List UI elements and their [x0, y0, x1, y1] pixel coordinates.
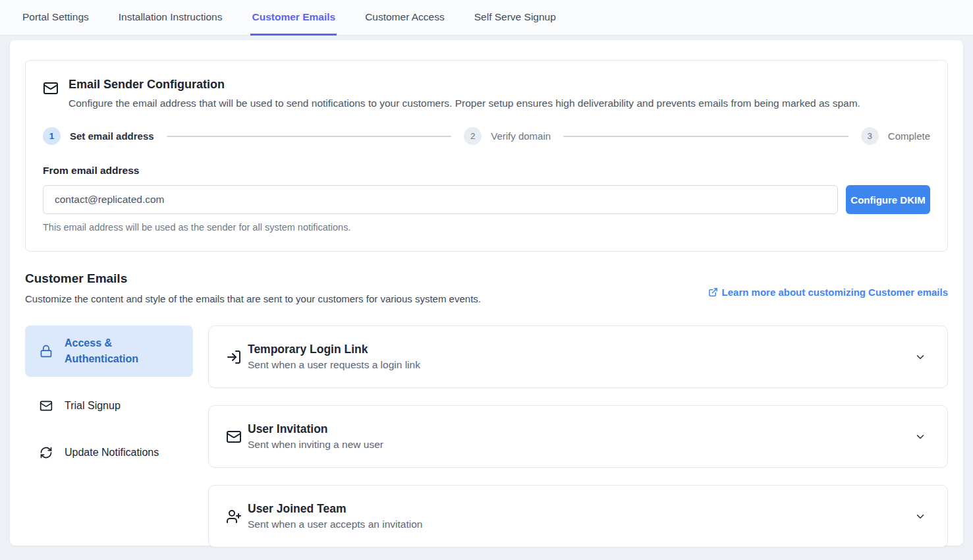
template-card-user-joined-team[interactable]: User Joined Team Sent when a user accept… — [208, 485, 948, 547]
refresh-icon — [40, 446, 53, 459]
chevron-down-icon[interactable] — [914, 431, 926, 443]
chevron-down-icon[interactable] — [914, 351, 926, 363]
configure-dkim-button[interactable]: Configure DKIM — [846, 185, 930, 214]
step-set-email-address: 1 Set email address — [43, 127, 154, 145]
from-email-input[interactable] — [43, 185, 838, 214]
email-sender-config-card: Email Sender Configuration Configure the… — [25, 60, 948, 252]
tab-portal-settings[interactable]: Portal Settings — [21, 0, 90, 36]
template-subtitle: Sent when inviting a new user — [248, 439, 383, 451]
mail-icon — [226, 429, 242, 445]
template-subtitle: Sent when a user accepts an invitation — [248, 518, 422, 530]
sidebar-item-trial-signup[interactable]: Trial Signup — [25, 388, 193, 424]
template-card-temporary-login-link[interactable]: Temporary Login Link Sent when a user re… — [208, 325, 948, 388]
template-card-user-invitation[interactable]: User Invitation Sent when inviting a new… — [208, 405, 948, 468]
step-label: Set email address — [70, 130, 154, 142]
sidebar-item-update-notifications[interactable]: Update Notifications — [25, 435, 193, 470]
sidebar-item-label: Update Notifications — [65, 445, 159, 461]
settings-tab-bar: Portal Settings Installation Instruction… — [0, 0, 973, 36]
step-complete: 3 Complete — [861, 127, 930, 145]
stepper-connector — [563, 136, 848, 137]
mail-icon — [43, 80, 59, 109]
step-verify-domain: 2 Verify domain — [464, 127, 551, 145]
tab-customer-access[interactable]: Customer Access — [364, 0, 446, 36]
step-label: Complete — [888, 130, 930, 142]
template-title: User Invitation — [248, 422, 383, 436]
customer-emails-panel: Email Sender Configuration Configure the… — [10, 40, 963, 546]
email-category-sidebar: Access & Authentication Trial Signup Upd… — [25, 325, 193, 560]
user-plus-icon — [226, 509, 242, 524]
sender-config-title: Email Sender Configuration — [69, 78, 860, 92]
customer-emails-title: Customer Emails — [25, 271, 481, 286]
customer-emails-description: Customize the content and style of the e… — [25, 293, 481, 304]
learn-more-link[interactable]: Learn more about customizing Customer em… — [708, 280, 948, 304]
step-number: 1 — [43, 127, 61, 145]
from-email-help-text: This email address will be used as the s… — [43, 222, 930, 233]
tab-self-serve-signup[interactable]: Self Serve Signup — [473, 0, 557, 36]
tab-customer-emails[interactable]: Customer Emails — [250, 0, 337, 36]
email-template-list: Temporary Login Link Sent when a user re… — [208, 325, 948, 560]
step-label: Verify domain — [491, 130, 551, 142]
learn-more-label: Learn more about customizing Customer em… — [722, 287, 948, 298]
sidebar-item-access-authentication[interactable]: Access & Authentication — [25, 325, 193, 377]
external-link-icon — [708, 287, 718, 297]
sender-config-stepper: 1 Set email address 2 Verify domain 3 Co… — [43, 127, 930, 145]
log-in-icon — [226, 349, 242, 365]
sidebar-item-label: Access & Authentication — [65, 335, 179, 367]
tab-installation-instructions[interactable]: Installation Instructions — [117, 0, 224, 36]
template-title: Temporary Login Link — [248, 343, 420, 356]
template-title: User Joined Team — [248, 502, 422, 516]
mail-icon — [40, 399, 53, 412]
lock-icon — [40, 345, 53, 358]
chevron-down-icon[interactable] — [914, 511, 926, 522]
sender-config-description: Configure the email address that will be… — [69, 98, 860, 109]
step-number: 3 — [861, 127, 879, 145]
step-number: 2 — [464, 127, 482, 145]
from-email-label: From email address — [43, 165, 930, 177]
template-subtitle: Sent when a user requests a login link — [248, 359, 420, 371]
sidebar-item-label: Trial Signup — [65, 398, 121, 414]
stepper-connector — [167, 136, 452, 137]
